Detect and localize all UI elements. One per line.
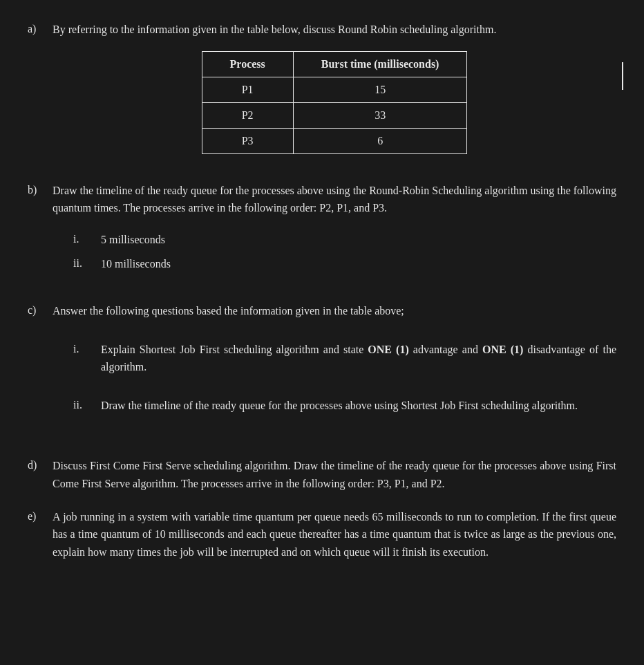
question-a-content: By referring to the information given in… — [53, 21, 616, 167]
question-a-label: a) — [28, 21, 53, 167]
question-d-label: d) — [28, 457, 53, 492]
sub-content-b-i: 5 milliseconds — [101, 231, 616, 249]
question-c-content: Answer the following questions based the… — [53, 302, 616, 414]
question-e-label: e) — [28, 508, 53, 561]
sub-label-b-ii: ii. — [73, 255, 101, 273]
table-cell-burst: 6 — [293, 128, 467, 153]
process-table-container: Process Burst time (milliseconds) P1 15 … — [53, 51, 616, 154]
sub-label-c-ii: ii. — [73, 397, 101, 415]
question-b-sub-ii: ii. 10 milliseconds — [73, 255, 616, 273]
table-cell-burst: 33 — [293, 102, 467, 128]
content-area: a) By referring to the information given… — [28, 21, 616, 561]
sub-label-c-i: i. — [73, 341, 101, 376]
table-cell-process: P1 — [202, 77, 293, 102]
question-d: d) Discuss First Come First Serve schedu… — [28, 457, 616, 492]
table-row: P3 6 — [202, 128, 467, 153]
question-c-label: c) — [28, 302, 53, 414]
sub-label-b-i: i. — [73, 231, 101, 249]
question-b-content: Draw the timeline of the ready queue for… — [53, 182, 616, 273]
question-c-sub-ii: ii. Draw the timeline of the ready queue… — [73, 397, 616, 415]
table-header-burst: Burst time (milliseconds) — [293, 51, 467, 77]
question-c-sub-i: i. Explain Shortest Job First scheduling… — [73, 341, 616, 376]
bold-one-2: ONE (1) — [482, 344, 523, 355]
question-e-content: A job running in a system with variable … — [53, 508, 616, 561]
table-cell-burst: 15 — [293, 77, 467, 102]
table-cell-process: P2 — [202, 102, 293, 128]
sub-content-c-i: Explain Shortest Job First scheduling al… — [101, 341, 616, 376]
question-b: b) Draw the timeline of the ready queue … — [28, 182, 616, 273]
question-d-content: Discuss First Come First Serve schedulin… — [53, 457, 616, 492]
question-b-sub-i: i. 5 milliseconds — [73, 231, 616, 249]
table-row: P1 15 — [202, 77, 467, 102]
question-e: e) A job running in a system with variab… — [28, 508, 616, 561]
question-c: c) Answer the following questions based … — [28, 302, 616, 414]
table-row: P2 33 — [202, 102, 467, 128]
question-d-text: Discuss First Come First Serve schedulin… — [53, 457, 616, 492]
sub-content-b-ii: 10 milliseconds — [101, 255, 616, 273]
question-b-label: b) — [28, 182, 53, 273]
table-cell-process: P3 — [202, 128, 293, 153]
sub-content-c-ii: Draw the timeline of the ready queue for… — [101, 397, 616, 415]
table-header-row: Process Burst time (milliseconds) — [202, 51, 467, 77]
vertical-bar — [622, 62, 623, 90]
table-header-process: Process — [202, 51, 293, 77]
process-table: Process Burst time (milliseconds) P1 15 … — [202, 51, 468, 154]
bold-one-1: ONE (1) — [368, 344, 408, 355]
question-a: a) By referring to the information given… — [28, 21, 616, 167]
question-b-text: Draw the timeline of the ready queue for… — [53, 182, 616, 217]
question-c-text: Answer the following questions based the… — [53, 302, 616, 320]
question-a-text: By referring to the information given in… — [53, 21, 616, 39]
question-e-text: A job running in a system with variable … — [53, 508, 616, 561]
